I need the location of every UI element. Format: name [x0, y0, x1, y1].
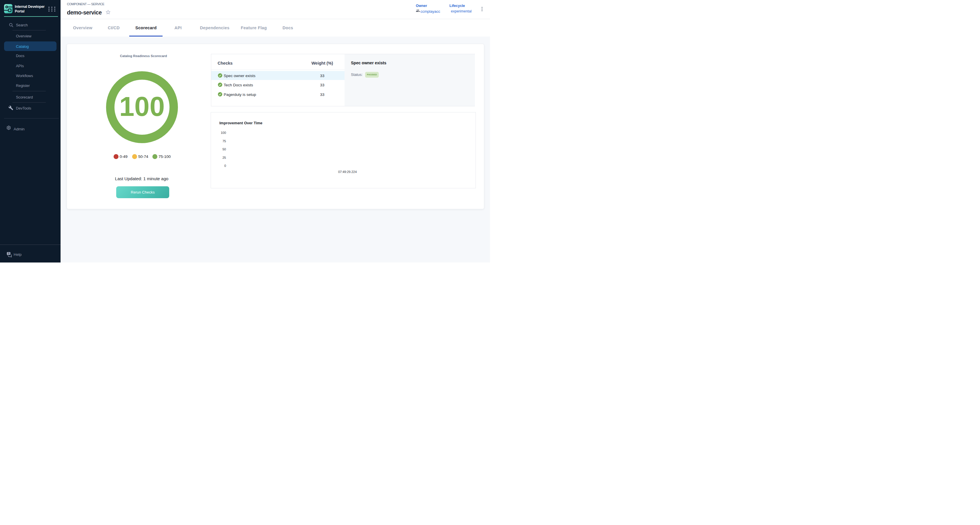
- svg-text:?: ?: [8, 252, 10, 255]
